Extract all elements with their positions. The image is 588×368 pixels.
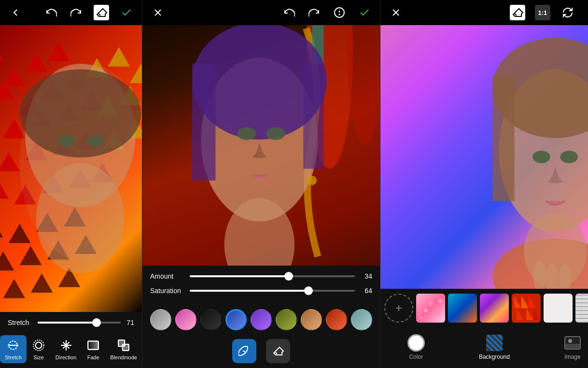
panel-stretch: Stretch 71 Stretch Size xyxy=(0,0,142,368)
stretch-thumb[interactable] xyxy=(92,318,101,327)
color-type-label: Color xyxy=(409,354,423,360)
back-button[interactable] xyxy=(8,5,23,20)
svg-line-0 xyxy=(98,14,100,15)
confirm-button-3[interactable] xyxy=(585,5,588,20)
bg-type-background[interactable]: Background xyxy=(471,331,518,363)
svg-marker-105 xyxy=(521,296,529,308)
tool-fade[interactable]: Fade xyxy=(81,335,105,363)
background-type-icon xyxy=(486,334,503,352)
bg-thumb-triangles[interactable] xyxy=(512,294,541,323)
tool-bar-1: Stretch Size Direction xyxy=(0,331,142,368)
swatch-pink[interactable] xyxy=(175,309,196,330)
color-icon xyxy=(407,334,425,352)
ratio-label: 1:1 xyxy=(538,9,547,16)
amount-thumb[interactable] xyxy=(284,272,293,281)
ratio-button[interactable]: 1:1 xyxy=(535,5,550,20)
swatch-purple[interactable] xyxy=(251,309,272,330)
tool-blendmode-label: Blendmode xyxy=(110,354,137,360)
tool-size[interactable]: Size xyxy=(27,335,51,363)
stretch-icon xyxy=(6,338,20,353)
swatch-black[interactable] xyxy=(200,309,222,330)
svg-point-100 xyxy=(424,309,428,312)
topbar-bg: 1:1 xyxy=(380,0,588,25)
eraser-button-3[interactable] xyxy=(510,5,525,20)
add-background-button[interactable]: + xyxy=(384,294,413,323)
bottom-controls-1: Stretch 71 Stretch Size xyxy=(0,312,142,368)
size-icon xyxy=(31,338,46,353)
svg-rect-78 xyxy=(303,63,323,169)
topbar-left-2 xyxy=(150,5,166,20)
bg-thumb-cyan[interactable] xyxy=(448,294,477,323)
tool-fade-label: Fade xyxy=(87,354,99,360)
bg-thumb-purple[interactable] xyxy=(480,294,509,323)
svg-point-99 xyxy=(428,301,433,306)
bottom-controls-2: Amount 34 Saturation 64 xyxy=(142,266,380,368)
background-type-label: Background xyxy=(479,354,510,360)
brush-tools xyxy=(142,335,380,368)
amount-label: Amount xyxy=(150,272,184,280)
amount-track[interactable] xyxy=(190,275,355,277)
bg-type-image[interactable]: Image xyxy=(556,331,588,363)
swatch-gray[interactable] xyxy=(150,309,171,330)
info-button[interactable] xyxy=(332,5,347,20)
swatch-olive[interactable] xyxy=(276,309,297,330)
topbar-left xyxy=(8,5,23,20)
image-type-label: Image xyxy=(564,354,580,360)
eraser-button[interactable] xyxy=(94,5,109,20)
svg-rect-90 xyxy=(492,75,515,201)
face-svg-1 xyxy=(0,25,142,312)
panel-background: 1:1 xyxy=(380,0,588,368)
stretch-track[interactable] xyxy=(38,322,121,324)
svg-point-53 xyxy=(87,135,104,146)
bg-thumbnails: + xyxy=(380,289,588,327)
confirm-button[interactable] xyxy=(119,5,134,20)
image-type-icon xyxy=(564,334,581,352)
panel-hair-color: Amount 34 Saturation 64 xyxy=(142,0,380,368)
bg-type-bar: Color Background Image xyxy=(380,327,588,368)
svg-rect-77 xyxy=(192,63,215,180)
topbar-stretch xyxy=(0,0,142,25)
swatch-red[interactable] xyxy=(326,309,347,330)
tool-blendmode[interactable]: Blendmode xyxy=(105,335,142,363)
saturation-track[interactable] xyxy=(190,290,355,292)
close-button-3[interactable] xyxy=(388,5,404,20)
bg-thumb-white[interactable] xyxy=(544,294,573,323)
image-canvas-2[interactable] xyxy=(142,25,380,266)
redo-button-2[interactable] xyxy=(307,5,322,20)
bg-thumb-stripes[interactable] xyxy=(575,294,588,323)
svg-marker-109 xyxy=(533,308,541,320)
topbar-hair xyxy=(142,0,380,25)
svg-point-103 xyxy=(438,299,442,303)
close-button-2[interactable] xyxy=(150,5,166,20)
eraser-brush-button[interactable] xyxy=(266,339,290,363)
svg-rect-63 xyxy=(88,341,98,349)
face-svg-3 xyxy=(380,25,588,289)
saturation-thumb[interactable] xyxy=(304,286,313,295)
swatch-blue[interactable] xyxy=(225,309,247,330)
stretch-slider-area: Stretch 71 xyxy=(0,312,142,331)
image-canvas-3[interactable] xyxy=(380,25,588,289)
brush-button[interactable] xyxy=(232,339,256,363)
undo-button[interactable] xyxy=(43,5,59,20)
svg-line-83 xyxy=(275,352,277,354)
saturation-fill xyxy=(190,290,309,292)
undo-button-2[interactable] xyxy=(281,5,297,20)
tool-direction[interactable]: Direction xyxy=(51,335,81,363)
bg-type-color[interactable]: Color xyxy=(400,331,433,363)
saturation-label: Saturation xyxy=(150,287,184,295)
redo-button[interactable] xyxy=(69,5,84,20)
swatch-teal[interactable] xyxy=(351,309,372,330)
image-canvas-1[interactable] xyxy=(0,25,142,312)
svg-point-52 xyxy=(58,135,75,146)
blendmode-icon xyxy=(116,338,131,353)
refresh-button[interactable] xyxy=(560,5,575,20)
swatch-brown[interactable] xyxy=(301,309,322,330)
topbar-right-2 xyxy=(281,5,372,20)
topbar-left-3 xyxy=(388,5,404,20)
bg-thumb-pink[interactable] xyxy=(416,294,445,323)
svg-point-102 xyxy=(420,316,422,319)
svg-point-79 xyxy=(237,127,256,140)
svg-marker-106 xyxy=(529,296,536,308)
confirm-button-2[interactable] xyxy=(357,5,372,20)
tool-stretch[interactable]: Stretch xyxy=(0,335,27,363)
